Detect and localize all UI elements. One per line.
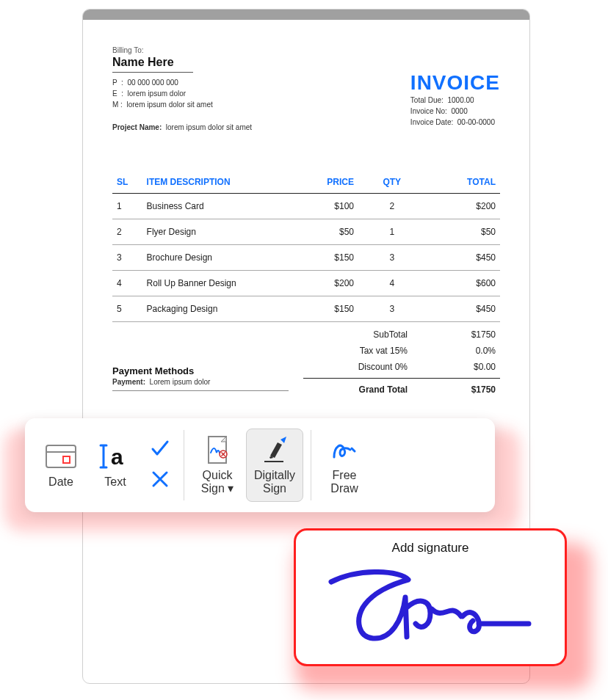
check-icon bbox=[151, 439, 170, 461]
th-qty: QTY bbox=[358, 171, 425, 194]
add-signature-box[interactable]: Add signature bbox=[294, 528, 567, 666]
line-items-table: SL ITEM DESCRIPTION PRICE QTY TOTAL 1Bus… bbox=[112, 171, 500, 322]
cell-total: $450 bbox=[425, 296, 500, 322]
field-value: lorem ipsum dolor bbox=[128, 90, 186, 98]
cell-price: $150 bbox=[292, 296, 358, 322]
text-button[interactable]: a Text bbox=[90, 436, 141, 495]
field-label: E bbox=[112, 90, 117, 98]
svg-text:a: a bbox=[111, 445, 123, 469]
text-cursor-icon: a bbox=[99, 442, 131, 471]
th-total: TOTAL bbox=[425, 171, 500, 194]
payment-block: Payment Methods Payment: Lorem ipsum dol… bbox=[112, 365, 289, 391]
th-price: PRICE bbox=[292, 171, 358, 194]
invoice-meta-block: INVOICE Total Due: 1000.00 Invoice No: 0… bbox=[410, 71, 500, 128]
signature-canvas[interactable] bbox=[303, 558, 557, 660]
svg-rect-0 bbox=[46, 445, 76, 467]
cell-sl: 3 bbox=[112, 245, 142, 271]
billing-project: Project Name: lorem ipsum dolor sit amet bbox=[112, 123, 347, 131]
cell-total: $200 bbox=[425, 194, 500, 219]
field-label: P bbox=[112, 79, 117, 87]
summary-value: $1750 bbox=[437, 329, 496, 340]
cell-sl: 2 bbox=[112, 219, 142, 245]
field-value: Lorem ipsum dolor bbox=[150, 378, 211, 386]
digitally-sign-button[interactable]: Digitally Sign bbox=[246, 429, 303, 503]
cross-button[interactable] bbox=[150, 470, 170, 491]
divider bbox=[112, 390, 289, 391]
table-row: 1Business Card$1002$200 bbox=[112, 194, 500, 219]
separator bbox=[311, 430, 311, 500]
invoice-number: Invoice No: 0000 bbox=[410, 106, 500, 117]
cell-sl: 4 bbox=[112, 271, 142, 296]
calendar-icon bbox=[45, 442, 77, 471]
summary-value: $0.00 bbox=[437, 362, 496, 372]
cell-qty: 1 bbox=[358, 219, 425, 245]
table-row: 3Brochure Design$1503$450 bbox=[112, 245, 500, 271]
cell-price: $200 bbox=[292, 271, 358, 296]
button-label: Digitally Sign bbox=[254, 469, 295, 496]
cell-desc: Brochure Design bbox=[142, 245, 292, 271]
handwritten-signature-icon bbox=[320, 564, 540, 655]
field-value: lorem ipsum dolor sit amet bbox=[166, 123, 252, 131]
summary-label: SubTotal bbox=[319, 329, 408, 340]
date-button[interactable]: Date bbox=[35, 436, 87, 495]
table-row: 2Flyer Design$501$50 bbox=[112, 219, 500, 245]
field-label: M bbox=[112, 101, 118, 109]
button-label: Text bbox=[104, 475, 126, 489]
summary-label: Tax vat 15% bbox=[319, 346, 408, 356]
summary-label: Discount 0% bbox=[319, 362, 408, 372]
field-value: 0000 bbox=[451, 107, 467, 115]
field-label: Project Name: bbox=[112, 123, 162, 131]
cell-desc: Packaging Design bbox=[142, 296, 292, 322]
payment-heading: Payment Methods bbox=[112, 365, 289, 376]
summary-value: $1750 bbox=[437, 384, 496, 395]
billing-block: Billing To: Name Here P : 00 000 000 000… bbox=[112, 46, 347, 131]
checkmark-button[interactable] bbox=[150, 440, 170, 460]
invoice-title: INVOICE bbox=[410, 71, 500, 95]
quick-sign-icon bbox=[201, 435, 234, 464]
field-label: Invoice No: bbox=[410, 107, 447, 115]
cell-price: $100 bbox=[292, 194, 358, 219]
invoice-total-due: Total Due: 1000.00 bbox=[410, 95, 500, 106]
divider bbox=[112, 72, 193, 73]
th-sl: SL bbox=[112, 171, 142, 194]
separator bbox=[184, 430, 184, 500]
button-label: Date bbox=[48, 475, 73, 489]
summary-subtotal: SubTotal $1750 bbox=[112, 327, 500, 343]
cell-desc: Flyer Design bbox=[142, 219, 292, 245]
divider bbox=[303, 378, 500, 379]
billing-to-label: Billing To: bbox=[112, 46, 347, 54]
field-value: 00 000 000 000 bbox=[127, 79, 178, 87]
cell-desc: Roll Up Banner Design bbox=[142, 271, 292, 296]
cell-sl: 5 bbox=[112, 296, 142, 322]
table-row: 4Roll Up Banner Design$2004$600 bbox=[112, 271, 500, 296]
field-value: 1000.00 bbox=[447, 96, 474, 104]
billing-email: E : lorem ipsum dolor bbox=[112, 88, 347, 99]
th-desc: ITEM DESCRIPTION bbox=[142, 171, 292, 194]
field-label: Payment: bbox=[112, 378, 145, 386]
cell-qty: 4 bbox=[358, 271, 425, 296]
payment-line: Payment: Lorem ipsum dolor bbox=[112, 378, 289, 386]
field-label: Invoice Date: bbox=[410, 118, 453, 126]
billing-name: Name Here bbox=[112, 56, 347, 69]
button-label: Free Draw bbox=[330, 469, 358, 496]
cell-qty: 3 bbox=[358, 296, 425, 322]
field-label: Total Due: bbox=[410, 96, 444, 104]
cell-total: $600 bbox=[425, 271, 500, 296]
free-draw-button[interactable]: Free Draw bbox=[319, 429, 370, 502]
quick-sign-button[interactable]: Quick Sign ▾ bbox=[192, 429, 243, 502]
cell-total: $50 bbox=[425, 219, 500, 245]
sign-toolbar: Date a Text bbox=[25, 418, 495, 512]
cell-price: $50 bbox=[292, 219, 358, 245]
cell-sl: 1 bbox=[112, 194, 142, 219]
field-value: lorem ipsum dolor sit amet bbox=[126, 101, 212, 109]
billing-phone: P : 00 000 000 000 bbox=[112, 77, 347, 88]
window-titlebar bbox=[83, 10, 529, 20]
invoice-date: Invoice Date: 00-00-0000 bbox=[410, 117, 500, 128]
billing-mail: M : lorem ipsum dolor sit amet bbox=[112, 99, 347, 110]
scribble-icon bbox=[328, 435, 361, 464]
signature-title: Add signature bbox=[392, 541, 469, 555]
cell-total: $450 bbox=[425, 245, 500, 271]
summary-tax: Tax vat 15% 0.0% bbox=[112, 343, 500, 359]
fountain-pen-icon bbox=[258, 435, 291, 464]
table-row: 5Packaging Design$1503$450 bbox=[112, 296, 500, 322]
